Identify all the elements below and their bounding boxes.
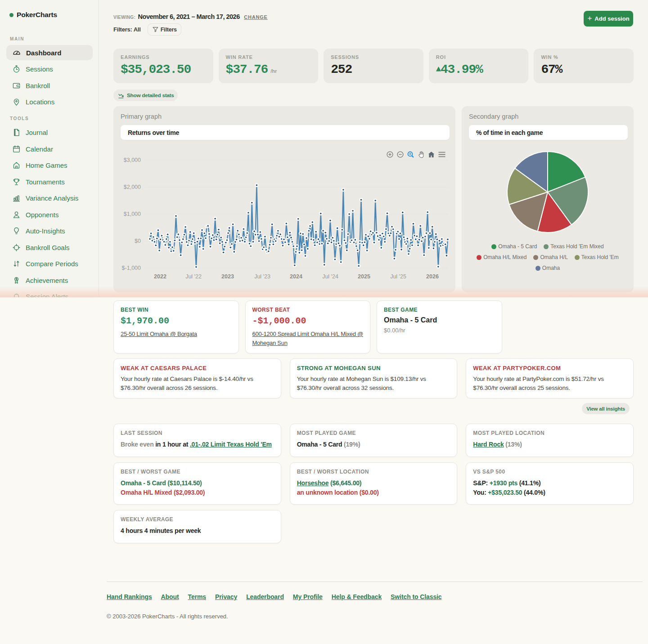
svg-text:$2,000: $2,000 [124, 184, 141, 190]
svg-text:2024: 2024 [290, 273, 302, 280]
svg-text:$-1,000: $-1,000 [122, 265, 141, 271]
svg-text:Jul '23: Jul '23 [254, 273, 270, 280]
svg-text:2023: 2023 [221, 273, 234, 280]
svg-text:Jul '24: Jul '24 [322, 273, 338, 280]
svg-text:$3,000: $3,000 [124, 157, 141, 163]
svg-text:Jul '25: Jul '25 [390, 273, 406, 280]
svg-text:$1,000: $1,000 [124, 211, 141, 217]
svg-text:Jul '22: Jul '22 [185, 273, 202, 280]
svg-text:2026: 2026 [426, 273, 439, 280]
svg-text:2025: 2025 [358, 273, 370, 280]
svg-text:2022: 2022 [154, 273, 166, 280]
svg-text:$0: $0 [135, 238, 141, 244]
